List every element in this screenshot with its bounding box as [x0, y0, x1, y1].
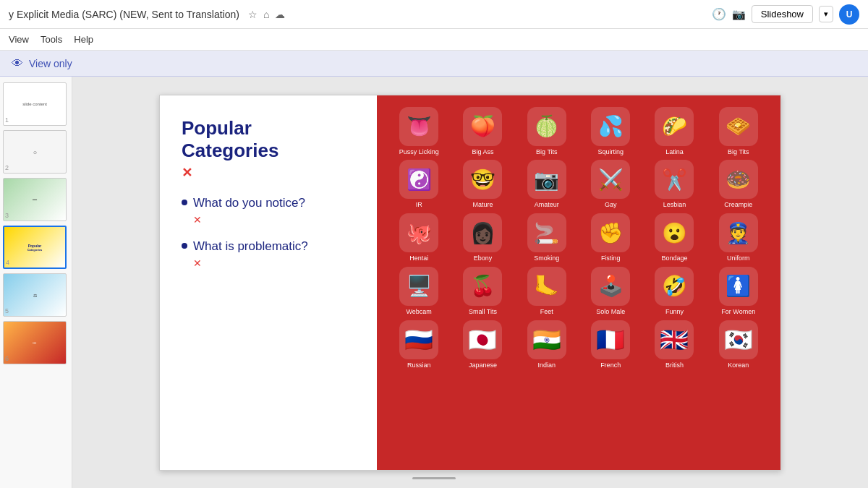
emoji-cell-gay: ⚔️ Gay: [582, 160, 639, 209]
emoji-cell-latina: 🌮 Latina: [646, 107, 702, 156]
emoji-cell-big-tits-1: 🍈 Big Tits: [519, 107, 575, 156]
home-icon[interactable]: ⌂: [263, 9, 269, 20]
history-icon[interactable]: 🕐: [712, 7, 726, 21]
view-only-bar: 👁 View only: [0, 51, 868, 77]
emoji-cell-ebony: 👩🏿 Ebony: [454, 213, 511, 262]
menu-view[interactable]: View: [9, 34, 29, 45]
content-area: PopularCategories ✕ What do you notice? …: [72, 77, 868, 488]
cloud-icon[interactable]: ☁: [275, 9, 285, 20]
bullet-list: What do you notice? ✕ What is problemati…: [182, 195, 355, 282]
bullet-dot-1: [182, 200, 187, 205]
emoji-cell-for-women: 🚺 For Women: [710, 267, 767, 316]
title-actions: 🕐 📷 Slideshow ▾ U: [712, 4, 859, 25]
bullet-item-1: What do you notice? ✕: [182, 195, 355, 226]
camera-icon[interactable]: 📷: [732, 8, 746, 21]
emoji-row-3: 🐙 Hentai 👩🏿 Ebony 🚬 Smoking ✊: [388, 213, 769, 262]
emoji-cell-funny: 🤣 Funny: [646, 267, 702, 316]
emoji-cell-amateur: 📷 Amateur: [519, 160, 575, 209]
slide-title: PopularCategories: [182, 117, 355, 162]
eye-icon: 👁: [12, 57, 23, 70]
slide-panel: slide content 1 ⊙ 2 ━━ 3 Popular Categor…: [0, 77, 72, 488]
slide-right-panel: 👅 Pussy Licking 🍑 Big Ass 🍈 Big Tits: [377, 95, 780, 470]
emoji-cell-squirting: 💦 Squirting: [582, 107, 639, 156]
menu-bar: View Tools Help: [0, 29, 868, 51]
bullet-text-1: What do you notice?: [193, 196, 305, 210]
emoji-grid: 👅 Pussy Licking 🍑 Big Ass 🍈 Big Tits: [388, 107, 769, 369]
emoji-cell-solo-male: 🕹️ Solo Male: [582, 267, 639, 316]
slide-thumbnail-4[interactable]: Popular Categories 4: [3, 226, 67, 269]
title-icons: ☆ ⌂ ☁: [248, 9, 285, 20]
emoji-cell-big-tits-2: 🧇 Big Tits: [710, 107, 767, 156]
slide-x-mark-1: ✕: [182, 165, 355, 181]
emoji-cell-korean: 🇰🇷 Korean: [710, 320, 767, 369]
scroll-indicator: [412, 477, 456, 479]
slide-thumbnail-3[interactable]: ━━ 3: [3, 178, 67, 221]
star-icon[interactable]: ☆: [248, 9, 258, 20]
emoji-cell-uniform: 👮 Uniform: [710, 213, 767, 262]
emoji-cell-feet: 🦶 Feet: [519, 267, 575, 316]
emoji-cell-indian: 🇮🇳 Indian: [519, 320, 575, 369]
emoji-cell-creampie: 🍩 Creampie: [710, 160, 767, 209]
menu-help[interactable]: Help: [74, 34, 93, 45]
bullet-dot-2: [182, 243, 187, 249]
menu-tools[interactable]: Tools: [41, 34, 62, 45]
emoji-row-1: 👅 Pussy Licking 🍑 Big Ass 🍈 Big Tits: [388, 107, 769, 156]
slide-left-panel: PopularCategories ✕ What do you notice? …: [160, 95, 377, 470]
emoji-row-2: ☯️ IR 🤓 Mature 📷 Amateur ⚔️: [388, 160, 769, 209]
emoji-row-flags: 🇷🇺 Russian 🇯🇵 Japanese 🇮🇳 Indian: [388, 320, 769, 369]
emoji-cell-british: 🇬🇧 British: [646, 320, 702, 369]
slide-thumbnail-5[interactable]: ⚖ 5: [3, 273, 67, 317]
bullet-text-2: What is problematic?: [193, 239, 308, 253]
emoji-cell-french: 🇫🇷 French: [582, 320, 639, 369]
avatar[interactable]: U: [839, 4, 859, 25]
emoji-row-4: 🖥️ Webcam 🍒 Small Tits 🦶 Feet 🕹️: [388, 267, 769, 316]
emoji-cell-smoking: 🚬 Smoking: [519, 213, 575, 262]
emoji-cell-mature: 🤓 Mature: [454, 160, 511, 209]
view-only-label: View only: [29, 58, 72, 69]
emoji-cell-ir: ☯️ IR: [391, 160, 447, 209]
emoji-cell-fisting: ✊ Fisting: [582, 213, 639, 262]
slide: PopularCategories ✕ What do you notice? …: [159, 95, 781, 471]
slide-thumbnail-6[interactable]: ▪▪▪ 6: [3, 321, 67, 364]
bullet-x-2: ✕: [193, 257, 308, 269]
document-title: y Explicit Media (SARC) (NEW, Sent to Tr…: [9, 9, 239, 20]
slideshow-button[interactable]: Slideshow: [752, 5, 813, 23]
emoji-cell-hentai: 🐙 Hentai: [391, 213, 447, 262]
emoji-cell-webcam: 🖥️ Webcam: [391, 267, 447, 316]
slide-thumbnail-1[interactable]: slide content 1: [3, 82, 67, 126]
emoji-cell-bondage: 😮 Bondage: [646, 213, 702, 262]
bullet-item-2: What is problematic? ✕: [182, 239, 355, 269]
slideshow-dropdown[interactable]: ▾: [819, 6, 833, 22]
emoji-cell-pussy-licking: 👅 Pussy Licking: [391, 107, 447, 156]
emoji-cell-big-ass: 🍑 Big Ass: [454, 107, 511, 156]
emoji-cell-lesbian: ✂️ Lesbian: [646, 160, 702, 209]
emoji-cell-small-tits: 🍒 Small Tits: [454, 267, 511, 316]
title-bar: y Explicit Media (SARC) (NEW, Sent to Tr…: [0, 0, 868, 29]
emoji-cell-russian: 🇷🇺 Russian: [391, 320, 447, 369]
emoji-cell-japanese: 🇯🇵 Japanese: [454, 320, 511, 369]
slide-thumbnail-2[interactable]: ⊙ 2: [3, 130, 67, 174]
main-area: slide content 1 ⊙ 2 ━━ 3 Popular Categor…: [0, 77, 868, 488]
bullet-x-1: ✕: [193, 214, 305, 226]
